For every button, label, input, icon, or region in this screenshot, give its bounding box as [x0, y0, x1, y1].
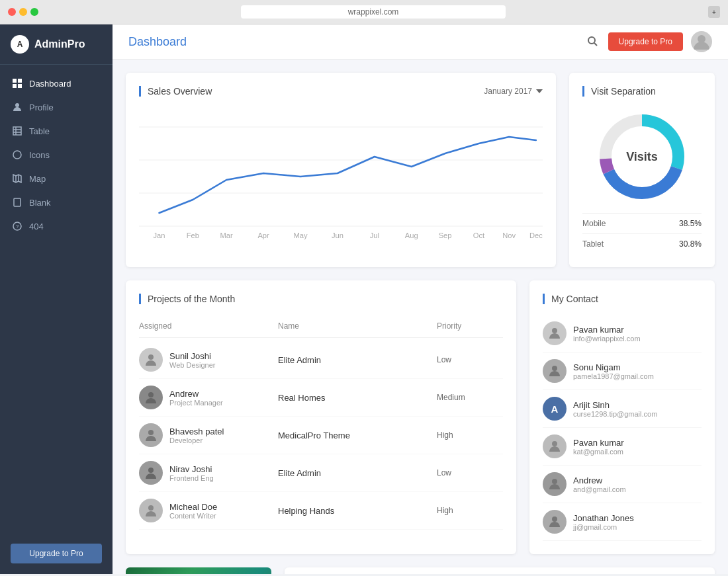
contact-info: Pavan kumar kat@gmail.com: [573, 438, 702, 456]
sidebar-item-label: Table: [29, 126, 50, 136]
sales-overview-card: Sales Overview January 2017: [126, 73, 556, 267]
topbar-left: Dashboard: [128, 35, 187, 49]
sidebar-item-blank[interactable]: Blank: [0, 190, 113, 214]
visit-separation-card: Visit Separation: [569, 73, 715, 267]
contact-card: My Contact Pavan kumar info@wriappixel.c…: [529, 280, 715, 554]
contact-avatar: A: [543, 397, 567, 421]
assigned-name: Andrew: [169, 389, 223, 399]
search-button[interactable]: [584, 33, 600, 51]
sidebar-upgrade-button[interactable]: Upgrade to Pro: [11, 544, 102, 563]
sidebar-item-label: Icons: [29, 150, 50, 160]
svg-rect-1: [18, 79, 22, 83]
sidebar-nav: Dashboard Profile Table Icons: [0, 65, 113, 533]
project-name: MedicalPro Theme: [278, 431, 430, 440]
close-button[interactable]: [8, 8, 16, 16]
svg-text:Jan: Jan: [153, 231, 165, 239]
sidebar-item-icons[interactable]: Icons: [0, 143, 113, 167]
sidebar-item-table[interactable]: Table: [0, 119, 113, 143]
sidebar-item-label: Map: [29, 174, 46, 184]
table-row: Andrew Project Manager Real Homes Medium: [139, 379, 503, 417]
svg-text:Dec: Dec: [529, 231, 543, 239]
projects-card-header: Projects of the Month: [139, 294, 503, 304]
contact-avatar: [543, 472, 567, 496]
svg-point-49: [552, 516, 557, 522]
svg-point-42: [148, 430, 154, 435]
svg-point-43: [148, 468, 154, 473]
question-icon: ?: [12, 221, 23, 231]
contact-email: jj@gmail.com: [573, 523, 702, 531]
contact-item: Andrew and@gmail.com: [543, 466, 702, 503]
sales-chart: Jan Feb Mar Apr May Jun Jul Aug Sep Oct …: [139, 107, 543, 241]
logo-text: AdminPro: [34, 38, 85, 50]
assigned-role: Project Manager: [169, 399, 223, 407]
contact-email: kat@gmail.com: [573, 448, 702, 456]
assigned-name: Nirav Joshi: [169, 464, 214, 474]
svg-text:Nov: Nov: [502, 231, 516, 239]
sidebar-item-label: Blank: [29, 198, 51, 208]
address-bar[interactable]: wrappixel.com: [241, 5, 506, 19]
svg-text:Aug: Aug: [405, 231, 418, 239]
contact-info: Pavan kumar info@wriappixel.com: [573, 325, 702, 343]
svg-text:Oct: Oct: [473, 231, 484, 239]
project-name: Elite Admin: [278, 355, 430, 365]
svg-point-47: [552, 441, 557, 446]
sidebar-item-profile[interactable]: Profile: [0, 95, 113, 119]
date-selector[interactable]: January 2017: [484, 87, 543, 96]
content-area: Sales Overview January 2017: [113, 60, 728, 574]
svg-point-9: [13, 151, 21, 159]
avatar: [139, 386, 163, 409]
svg-text:Jun: Jun: [332, 231, 343, 239]
sidebar-item-label: Dashboard: [29, 79, 71, 89]
sidebar-item-map[interactable]: Map: [0, 167, 113, 190]
bottom-cards-row: Projects of the Month Assigned Name Prio…: [126, 280, 715, 554]
website-visit-card: Website Visit ● Site A view ● Site B vie…: [285, 567, 715, 574]
contact-email: curse1298.tip@gmail.com: [573, 410, 702, 418]
assigned-info: Andrew Project Manager: [169, 389, 223, 407]
sidebar-item-404[interactable]: ? 404: [0, 214, 113, 238]
contact-info: Arijit Sinh curse1298.tip@gmail.com: [573, 400, 702, 418]
contact-email: and@gmail.com: [573, 485, 702, 493]
contact-info: Jonathan Jones jj@gmail.com: [573, 513, 702, 531]
sidebar-item-label: Profile: [29, 103, 54, 112]
website-row: Website Visit ● Site A view ● Site B vie…: [126, 567, 715, 574]
page-title: Dashboard: [128, 35, 187, 49]
maximize-button[interactable]: [30, 8, 38, 16]
svg-point-41: [148, 392, 154, 397]
avatar: [139, 423, 163, 447]
table-row: Sunil Joshi Web Designer Elite Admin Low: [139, 341, 503, 379]
contact-avatar: [543, 510, 567, 534]
svg-rect-13: [14, 198, 21, 206]
avatar: [139, 499, 163, 522]
assigned-name: Bhavesh patel: [169, 427, 224, 436]
svg-point-4: [15, 103, 19, 107]
contact-email: pamela1987@gmail.com: [573, 372, 702, 380]
upgrade-button[interactable]: Upgrade to Pro: [608, 32, 683, 51]
new-tab-button[interactable]: +: [708, 6, 720, 18]
svg-rect-2: [13, 84, 17, 88]
user-avatar[interactable]: [691, 31, 712, 52]
priority-badge: Low: [437, 355, 503, 364]
assigned-name: Sunil Joshi: [169, 351, 216, 361]
avatar: [139, 348, 163, 372]
svg-point-16: [588, 37, 595, 44]
svg-rect-0: [13, 79, 17, 83]
priority-badge: Low: [437, 468, 503, 477]
dashboard-icon: [12, 78, 23, 89]
sales-card-title: Sales Overview: [139, 86, 212, 97]
project-name: Elite Admin: [278, 468, 430, 478]
svg-text:Apr: Apr: [257, 231, 269, 239]
topbar-right: Upgrade to Pro: [584, 31, 712, 52]
sidebar-item-dashboard[interactable]: Dashboard: [0, 71, 113, 95]
contact-avatar: [543, 359, 567, 383]
donut-stat-tablet: Tablet 30.8%: [582, 233, 702, 254]
sidebar-item-label: 404: [29, 222, 44, 231]
priority-badge: High: [437, 431, 503, 440]
contact-email: info@wriappixel.com: [573, 335, 702, 343]
contact-name: Sonu Nigam: [573, 362, 702, 372]
col-assigned: Assigned: [139, 321, 271, 331]
donut-chart-wrapper: Visits: [582, 107, 702, 206]
blank-icon: [12, 197, 23, 208]
contact-name: Pavan kumar: [573, 438, 702, 448]
contact-item: Jonathan Jones jj@gmail.com: [543, 503, 702, 541]
minimize-button[interactable]: [19, 8, 27, 16]
